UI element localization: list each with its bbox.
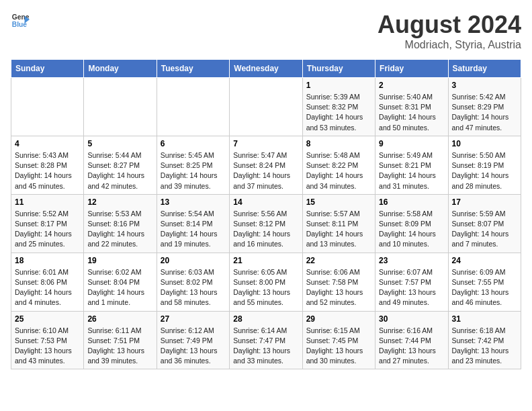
day-number: 26 xyxy=(87,314,152,324)
day-number: 7 xyxy=(233,139,298,148)
calendar-cell xyxy=(11,78,84,136)
col-sunday: Sunday xyxy=(11,60,84,78)
day-number: 6 xyxy=(161,139,226,148)
day-number: 17 xyxy=(452,197,517,207)
col-wednesday: Wednesday xyxy=(230,60,302,78)
day-info: Sunrise: 5:45 AM Sunset: 8:25 PM Dayligh… xyxy=(161,150,226,191)
calendar-cell: 23Sunrise: 6:07 AM Sunset: 7:57 PM Dayli… xyxy=(375,253,448,311)
day-info: Sunrise: 6:10 AM Sunset: 7:53 PM Dayligh… xyxy=(15,326,80,367)
calendar-cell: 5Sunrise: 5:44 AM Sunset: 8:27 PM Daylig… xyxy=(84,136,157,194)
day-info: Sunrise: 6:18 AM Sunset: 7:42 PM Dayligh… xyxy=(452,326,517,367)
day-number: 19 xyxy=(87,256,152,265)
calendar-cell: 2Sunrise: 5:40 AM Sunset: 8:31 PM Daylig… xyxy=(375,78,448,136)
calendar-cell: 21Sunrise: 6:05 AM Sunset: 8:00 PM Dayli… xyxy=(230,253,302,311)
day-number: 27 xyxy=(161,314,226,324)
day-info: Sunrise: 6:11 AM Sunset: 7:51 PM Dayligh… xyxy=(87,326,152,367)
calendar-cell: 19Sunrise: 6:02 AM Sunset: 8:04 PM Dayli… xyxy=(84,253,157,311)
calendar-cell: 29Sunrise: 6:15 AM Sunset: 7:45 PM Dayli… xyxy=(302,311,375,369)
day-info: Sunrise: 6:15 AM Sunset: 7:45 PM Dayligh… xyxy=(306,326,371,367)
day-number: 12 xyxy=(87,197,152,207)
day-number: 8 xyxy=(306,139,371,148)
day-info: Sunrise: 5:44 AM Sunset: 8:27 PM Dayligh… xyxy=(87,150,152,191)
calendar-cell xyxy=(230,78,302,136)
day-number: 25 xyxy=(15,314,80,324)
day-number: 13 xyxy=(161,197,226,207)
calendar-subtitle: Modriach, Styria, Austria xyxy=(378,39,521,51)
day-info: Sunrise: 6:03 AM Sunset: 8:02 PM Dayligh… xyxy=(161,267,226,308)
day-number: 15 xyxy=(306,197,371,207)
day-number: 1 xyxy=(306,81,371,90)
day-info: Sunrise: 6:14 AM Sunset: 7:47 PM Dayligh… xyxy=(233,326,298,367)
calendar-table: Sunday Monday Tuesday Wednesday Thursday… xyxy=(11,59,521,369)
day-info: Sunrise: 5:43 AM Sunset: 8:28 PM Dayligh… xyxy=(15,150,80,191)
calendar-cell: 25Sunrise: 6:10 AM Sunset: 7:53 PM Dayli… xyxy=(11,311,84,369)
day-info: Sunrise: 5:56 AM Sunset: 8:12 PM Dayligh… xyxy=(233,209,298,250)
day-number: 2 xyxy=(379,81,444,90)
calendar-week-1: 1Sunrise: 5:39 AM Sunset: 8:32 PM Daylig… xyxy=(11,78,521,136)
day-number: 30 xyxy=(379,314,444,324)
calendar-cell xyxy=(157,78,229,136)
calendar-cell: 15Sunrise: 5:57 AM Sunset: 8:11 PM Dayli… xyxy=(302,194,375,253)
day-info: Sunrise: 6:02 AM Sunset: 8:04 PM Dayligh… xyxy=(87,267,152,308)
calendar-cell: 28Sunrise: 6:14 AM Sunset: 7:47 PM Dayli… xyxy=(230,311,302,369)
day-info: Sunrise: 5:50 AM Sunset: 8:19 PM Dayligh… xyxy=(452,150,517,191)
day-number: 9 xyxy=(379,139,444,148)
calendar-cell: 22Sunrise: 6:06 AM Sunset: 7:58 PM Dayli… xyxy=(302,253,375,311)
day-info: Sunrise: 5:48 AM Sunset: 8:22 PM Dayligh… xyxy=(306,150,371,191)
col-monday: Monday xyxy=(84,60,157,78)
calendar-cell: 7Sunrise: 5:47 AM Sunset: 8:24 PM Daylig… xyxy=(230,136,302,194)
calendar-cell: 13Sunrise: 5:54 AM Sunset: 8:14 PM Dayli… xyxy=(157,194,229,253)
day-number: 5 xyxy=(87,139,152,148)
calendar-header: Sunday Monday Tuesday Wednesday Thursday… xyxy=(11,60,521,78)
header-row: Sunday Monday Tuesday Wednesday Thursday… xyxy=(11,60,521,78)
calendar-cell: 30Sunrise: 6:16 AM Sunset: 7:44 PM Dayli… xyxy=(375,311,448,369)
day-number: 28 xyxy=(233,314,298,324)
day-info: Sunrise: 5:40 AM Sunset: 8:31 PM Dayligh… xyxy=(379,92,444,133)
day-info: Sunrise: 5:59 AM Sunset: 8:07 PM Dayligh… xyxy=(452,209,517,250)
day-info: Sunrise: 5:49 AM Sunset: 8:21 PM Dayligh… xyxy=(379,150,444,191)
day-number: 3 xyxy=(452,81,517,90)
calendar-cell xyxy=(84,78,157,136)
calendar-cell: 14Sunrise: 5:56 AM Sunset: 8:12 PM Dayli… xyxy=(230,194,302,253)
day-info: Sunrise: 6:06 AM Sunset: 7:58 PM Dayligh… xyxy=(306,267,371,308)
day-info: Sunrise: 6:16 AM Sunset: 7:44 PM Dayligh… xyxy=(379,326,444,367)
calendar-body: 1Sunrise: 5:39 AM Sunset: 8:32 PM Daylig… xyxy=(11,78,521,369)
day-number: 29 xyxy=(306,314,371,324)
calendar-week-5: 25Sunrise: 6:10 AM Sunset: 7:53 PM Dayli… xyxy=(11,311,521,369)
day-info: Sunrise: 6:07 AM Sunset: 7:57 PM Dayligh… xyxy=(379,267,444,308)
day-number: 16 xyxy=(379,197,444,207)
calendar-cell: 27Sunrise: 6:12 AM Sunset: 7:49 PM Dayli… xyxy=(157,311,229,369)
calendar-cell: 9Sunrise: 5:49 AM Sunset: 8:21 PM Daylig… xyxy=(375,136,448,194)
title-area: August 2024 Modriach, Styria, Austria xyxy=(378,11,521,51)
svg-text:Blue: Blue xyxy=(12,21,28,28)
calendar-cell: 20Sunrise: 6:03 AM Sunset: 8:02 PM Dayli… xyxy=(157,253,229,311)
day-info: Sunrise: 5:42 AM Sunset: 8:29 PM Dayligh… xyxy=(452,92,517,133)
day-info: Sunrise: 5:54 AM Sunset: 8:14 PM Dayligh… xyxy=(161,209,226,250)
calendar-cell: 8Sunrise: 5:48 AM Sunset: 8:22 PM Daylig… xyxy=(302,136,375,194)
calendar-cell: 18Sunrise: 6:01 AM Sunset: 8:06 PM Dayli… xyxy=(11,253,84,311)
calendar-cell: 10Sunrise: 5:50 AM Sunset: 8:19 PM Dayli… xyxy=(448,136,521,194)
calendar-week-2: 4Sunrise: 5:43 AM Sunset: 8:28 PM Daylig… xyxy=(11,136,521,194)
day-number: 21 xyxy=(233,256,298,265)
calendar-title: August 2024 xyxy=(378,11,521,39)
day-number: 10 xyxy=(452,139,517,148)
day-number: 11 xyxy=(15,197,80,207)
col-friday: Friday xyxy=(375,60,448,78)
day-number: 22 xyxy=(306,256,371,265)
col-thursday: Thursday xyxy=(302,60,375,78)
calendar-cell: 1Sunrise: 5:39 AM Sunset: 8:32 PM Daylig… xyxy=(302,78,375,136)
calendar-cell: 3Sunrise: 5:42 AM Sunset: 8:29 PM Daylig… xyxy=(448,78,521,136)
calendar-cell: 31Sunrise: 6:18 AM Sunset: 7:42 PM Dayli… xyxy=(448,311,521,369)
calendar-cell: 24Sunrise: 6:09 AM Sunset: 7:55 PM Dayli… xyxy=(448,253,521,311)
day-number: 14 xyxy=(233,197,298,207)
calendar-cell: 16Sunrise: 5:58 AM Sunset: 8:09 PM Dayli… xyxy=(375,194,448,253)
calendar-week-3: 11Sunrise: 5:52 AM Sunset: 8:17 PM Dayli… xyxy=(11,194,521,253)
col-tuesday: Tuesday xyxy=(157,60,229,78)
calendar-cell: 12Sunrise: 5:53 AM Sunset: 8:16 PM Dayli… xyxy=(84,194,157,253)
day-info: Sunrise: 5:52 AM Sunset: 8:17 PM Dayligh… xyxy=(15,209,80,250)
calendar-cell: 6Sunrise: 5:45 AM Sunset: 8:25 PM Daylig… xyxy=(157,136,229,194)
day-info: Sunrise: 6:09 AM Sunset: 7:55 PM Dayligh… xyxy=(452,267,517,308)
col-saturday: Saturday xyxy=(448,60,521,78)
day-number: 18 xyxy=(15,256,80,265)
day-info: Sunrise: 5:57 AM Sunset: 8:11 PM Dayligh… xyxy=(306,209,371,250)
